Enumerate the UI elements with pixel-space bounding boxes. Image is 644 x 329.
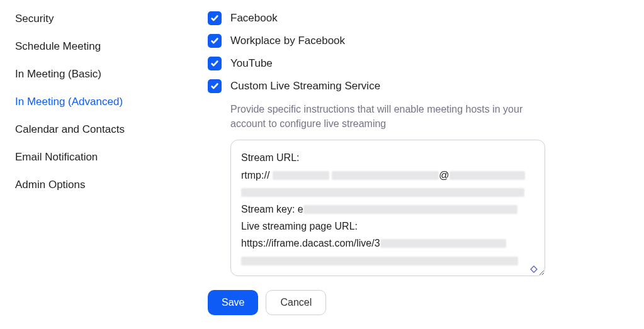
- checkbox-facebook[interactable]: [208, 11, 222, 25]
- option-label: Facebook: [230, 12, 278, 25]
- stream-url-value-cont: [241, 184, 534, 201]
- sidebar-item-label: In Meeting (Basic): [15, 68, 101, 80]
- cancel-button[interactable]: Cancel: [266, 290, 326, 315]
- sidebar-item-in-meeting-basic[interactable]: In Meeting (Basic): [13, 60, 176, 88]
- check-icon: [210, 59, 219, 68]
- stream-page-value: https://iframe.dacast.com/live/3: [241, 235, 534, 252]
- stream-url-label: Stream URL:: [241, 152, 299, 163]
- redacted-text: [241, 188, 524, 197]
- check-icon: [210, 14, 219, 23]
- sidebar-item-schedule-meeting[interactable]: Schedule Meeting: [13, 33, 176, 60]
- stream-key-line: Stream key: e: [241, 201, 534, 218]
- redacted-text: [273, 171, 329, 180]
- save-button[interactable]: Save: [208, 290, 258, 315]
- sidebar-item-security[interactable]: Security: [13, 5, 176, 33]
- sidebar-item-calendar-contacts[interactable]: Calendar and Contacts: [13, 116, 176, 143]
- option-workplace: Workplace by Facebook: [208, 34, 631, 48]
- sidebar-item-label: Security: [15, 13, 54, 25]
- redacted-text: [303, 205, 517, 214]
- sidebar-item-label: Schedule Meeting: [15, 40, 101, 52]
- option-label: Custom Live Streaming Service: [230, 80, 380, 92]
- checkbox-custom[interactable]: [208, 79, 222, 93]
- redacted-text: [332, 171, 439, 180]
- option-facebook: Facebook: [208, 11, 631, 25]
- stream-url-line: Stream URL:: [241, 149, 534, 166]
- stream-page-value-cont: [241, 252, 534, 269]
- sidebar-item-in-meeting-advanced[interactable]: In Meeting (Advanced): [13, 88, 176, 116]
- sidebar-item-admin-options[interactable]: Admin Options: [13, 171, 176, 199]
- option-youtube: YouTube: [208, 57, 631, 70]
- checkbox-youtube[interactable]: [208, 57, 222, 70]
- check-icon: [210, 82, 219, 91]
- sidebar-item-label: Calendar and Contacts: [15, 123, 125, 135]
- option-custom: Custom Live Streaming Service: [208, 79, 631, 93]
- action-buttons: Save Cancel: [208, 290, 631, 315]
- option-label: Workplace by Facebook: [230, 35, 345, 47]
- stream-config-textarea[interactable]: Stream URL: rtmp:// @ Stream key: e Live…: [230, 140, 545, 276]
- stream-key-label: Stream key:: [241, 204, 295, 215]
- checkbox-workplace[interactable]: [208, 34, 222, 48]
- option-label: YouTube: [230, 57, 273, 70]
- stream-url-value: rtmp:// @: [241, 167, 534, 184]
- redacted-text: [241, 257, 518, 265]
- stream-page-label: Live streaming page URL:: [241, 218, 534, 235]
- expand-icon[interactable]: [529, 262, 538, 270]
- settings-sidebar: Security Schedule Meeting In Meeting (Ba…: [13, 0, 176, 315]
- sidebar-item-email-notification[interactable]: Email Notification: [13, 143, 176, 171]
- redacted-text: [380, 239, 506, 248]
- sidebar-item-label: Email Notification: [15, 151, 98, 163]
- settings-main: Facebook Workplace by Facebook YouTube C…: [176, 0, 631, 315]
- check-icon: [210, 36, 219, 45]
- sidebar-item-label: In Meeting (Advanced): [15, 96, 123, 108]
- custom-instructions-text: Provide specific instructions that will …: [230, 102, 558, 131]
- sidebar-item-label: Admin Options: [15, 179, 86, 191]
- redacted-text: [449, 171, 525, 180]
